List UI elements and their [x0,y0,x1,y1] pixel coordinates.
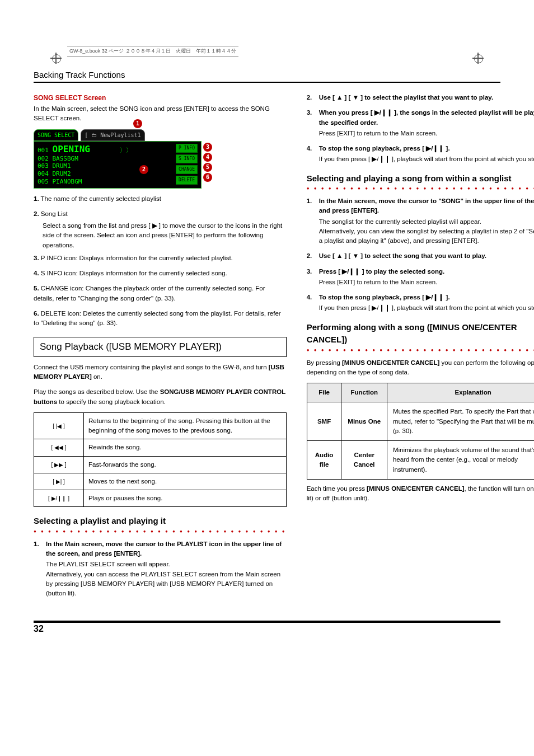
step: 1. In the Main screen, move the cursor t… [34,539,287,599]
step-num: 3. [307,267,319,288]
legend-text: S INFO icon: Displays information for th… [41,270,227,276]
legend-num: 6. [34,310,39,317]
step-num: 1. [307,196,319,246]
playback-para1: Connect the USB memory containing the pl… [34,363,287,382]
step: 3. Press [ ▶/❙❙ ] to play the selected s… [307,267,534,288]
button-icon-ff: [ ▶▶ ] [34,456,84,473]
select-playlist-steps-cont: 2. Use [ ▲ ] [ ▼ ] to select the playlis… [307,93,534,165]
table-row: Audio file Center Cancel Minimizes the p… [307,441,534,480]
crop-target-left [50,53,62,64]
td-file: Audio file [307,441,341,480]
perform-outro: Each time you press [MINUS ONE/CENTER CA… [307,484,534,504]
step: 2. Use [ ▲ ] [ ▼ ] to select the song th… [307,251,534,261]
callout-4: 4 [203,153,212,162]
table-row: [ |◀ ] Returns to the beginning of the s… [34,412,287,439]
table-row: [ ◀◀ ] Rewinds the song. [34,439,287,456]
step-num: 4. [307,144,319,165]
callout-6: 6 [203,173,212,182]
page-number: 32 [34,624,56,634]
th-explanation: Explanation [387,383,534,402]
step-lead: To stop the song playback, press [ ▶/❙❙ … [319,145,450,152]
legend-text: The name of the currently selected playl… [41,195,161,202]
playback-button-table: [ |◀ ] Returns to the beginning of the s… [34,412,287,508]
table-row: [ ▶| ] Moves to the next song. [34,473,287,490]
ss-row-name: PIANOBGM [53,178,82,185]
legend-num: 4. [34,270,39,276]
legend-sub: Select a song from the list and press [ … [43,221,287,250]
button-icon-prev: [ |◀ ] [34,412,84,439]
select-playlist-title: Selecting a playlist and playing it [34,515,287,528]
ss-side-change: CHANGE [176,165,198,174]
step-lead: In the Main screen, move the cursor to "… [319,198,534,214]
ss-row-num: 001 [38,147,49,154]
ss-row-num: 003 [38,162,49,170]
step-num: 3. [307,108,319,138]
step-detail: Press [EXIT] to return to the Main scree… [319,278,534,287]
step-lead: Press [ ▶/❙❙ ] to play the selected song… [319,268,445,275]
ss-side-sinfo: S INFO [176,154,198,163]
song-select-screenshot: 1 SONG SELECT [ 🗀 NewPlaylist1 001 OPENI… [34,129,202,189]
callout-5: 5 [203,163,212,172]
select-song-title: Selecting and playing a song from within… [307,172,534,185]
table-row: [ ▶/❙❙ ] Plays or pauses the song. [34,490,287,507]
step-detail: The songlist for the currently selected … [319,217,534,246]
ss-row-name: OPENING [53,144,90,154]
step: 4. To stop the song playback, press [ ▶/… [307,293,534,313]
button-desc: Moves to the next song. [84,473,287,490]
song-select-intro: In the Main screen, select the SONG icon… [34,104,287,124]
th-file: File [307,383,341,402]
playback-title: Song Playback ([USB MEMORY PLAYER]) [34,337,287,357]
td-func: Minus One [341,402,387,441]
playback-para2: Play the songs as described below. Use t… [34,387,287,407]
ss-side-delete: DELETE [176,176,198,185]
crop-target-right [472,53,484,64]
legend-num: 1. [34,195,39,202]
header-meta: GW-8_e.book 32 ページ ２００８年４月１日 火曜日 午前１１時４４… [67,46,238,57]
ss-row-name: BASSBGM [53,155,78,162]
ss-row-num: 004 [38,170,49,177]
step-lead: To stop the song playback, press [ ▶/❙❙ … [319,294,450,300]
callout-2: 2 [139,165,148,174]
td-expl: Mutes the specified Part. To specify the… [387,402,534,441]
legend-text: P INFO icon: Displays information for th… [41,255,233,261]
step: 4. To stop the song playback, press [ ▶/… [307,144,534,165]
step-detail: If you then press [ ▶/❙❙ ], playback wil… [319,303,534,313]
td-expl: Minimizes the playback volume of the sou… [387,441,534,480]
ss-row-name: DRUM1 [53,162,71,170]
section-rule [34,82,500,83]
right-column: 2. Use [ ▲ ] [ ▼ ] to select the playlis… [307,93,534,604]
button-icon-playpause: [ ▶/❙❙ ] [34,490,84,507]
callout-1: 1 [133,119,142,128]
legend-num: 3. [34,255,39,261]
step-lead: Use [ ▲ ] [ ▼ ] to select the playlist t… [319,94,493,101]
step-lead: In the Main screen, move the cursor to t… [46,541,282,557]
step-num: 4. [307,293,319,313]
step: 3. When you press [ ▶/❙❙ ], the songs in… [307,108,534,138]
ss-tab-playlist: [ 🗀 NewPlaylist1 [81,129,144,141]
perform-table: File Function Explanation SMF Minus One … [307,383,534,480]
table-row: SMF Minus One Mutes the specified Part. … [307,402,534,441]
legend-text: DELETE icon: Deletes the currently selec… [34,310,281,326]
step: 1. In the Main screen, move the cursor t… [307,196,534,246]
td-func: Center Cancel [341,441,387,480]
select-song-steps: 1. In the Main screen, move the cursor t… [307,196,534,313]
legend-list: 1. The name of the currently selected pl… [34,194,287,328]
left-column: SONG SELECT Screen In the Main screen, s… [34,93,287,604]
callout-3: 3 [203,143,212,152]
legend-num: 2. [34,210,39,217]
section-title: Backing Track Functions [34,70,500,79]
step-lead: When you press [ ▶/❙❙ ], the songs in th… [319,109,534,125]
th-function: Function [341,383,387,402]
step-num: 1. [34,539,46,599]
perform-title: Performing along with a song ([MINUS ONE… [307,321,534,346]
button-desc: Returns to the beginning of the song. Pr… [84,412,287,439]
step-num: 2. [307,93,319,102]
dot-rule: ● ● ● ● ● ● ● ● ● ● ● ● ● ● ● ● ● ● ● ● … [307,185,534,192]
ss-song-list: 001 OPENING 〉〉 002 BASSBGM 003 DRUM1 004… [38,144,132,186]
button-icon-rewind: [ ◀◀ ] [34,439,84,456]
button-desc: Rewinds the song. [84,439,287,456]
step: 2. Use [ ▲ ] [ ▼ ] to select the playlis… [307,93,534,102]
button-desc: Fast-forwards the song. [84,456,287,473]
dot-rule: ● ● ● ● ● ● ● ● ● ● ● ● ● ● ● ● ● ● ● ● … [307,347,534,354]
legend-text: CHANGE icon: Changes the playback order … [34,285,265,301]
